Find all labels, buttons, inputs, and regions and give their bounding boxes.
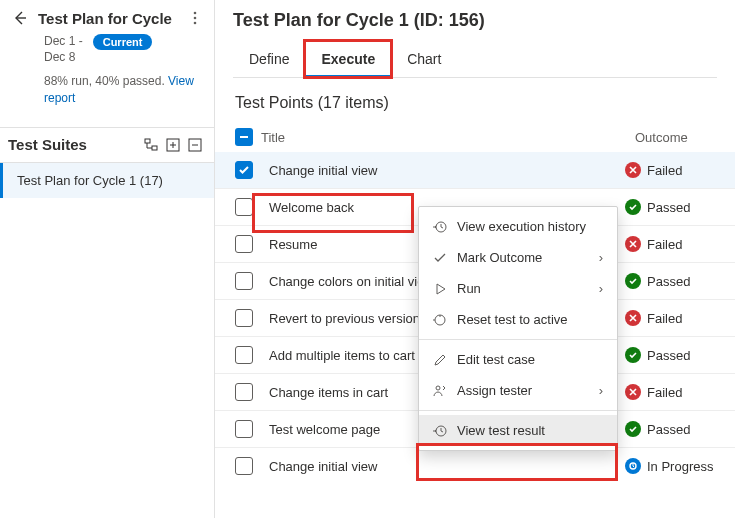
row-title: Change initial view [261,163,625,178]
date-range: Dec 1 - Dec 8 [44,34,83,65]
column-headers: Title Outcome [215,122,735,152]
suite-item[interactable]: Test Plan for Cycle 1 (17) [0,163,214,198]
left-sidebar: Test Plan for Cycle Dec 1 - Dec 8 Curren… [0,0,215,518]
row-outcome: Failed [625,384,715,400]
svg-point-10 [436,386,440,390]
chevron-right-icon: › [599,250,603,265]
grid-title: Test Points (17 items) [235,94,715,112]
row-checkbox[interactable] [235,272,253,290]
stats-text: 88% run, 40% passed. [44,74,168,88]
row-checkbox[interactable] [235,457,253,475]
row-outcome: Failed [625,236,715,252]
row-checkbox[interactable] [235,198,253,216]
chevron-right-icon: › [599,383,603,398]
pencil-icon [433,353,447,367]
play-icon [433,282,447,296]
row-outcome: Passed [625,347,715,363]
outcome-icon [625,421,641,437]
collapse-suite-icon[interactable] [184,134,206,156]
svg-rect-3 [145,139,150,143]
row-outcome: Failed [625,310,715,326]
outcome-icon [625,384,641,400]
context-menu: View execution history Mark Outcome › Ru… [418,206,618,451]
svg-point-1 [194,17,197,20]
history-icon [433,220,447,234]
outcome-icon [625,310,641,326]
table-row[interactable]: Change initial viewIn Progress [215,447,735,484]
menu-view-result[interactable]: View test result [419,415,617,446]
history-icon [433,424,447,438]
more-icon[interactable] [186,11,204,25]
row-outcome: Passed [625,421,715,437]
menu-edit[interactable]: Edit test case [419,344,617,375]
outcome-icon [625,273,641,289]
outcome-icon [625,347,641,363]
tab-chart[interactable]: Chart [391,41,457,77]
run-stats: 88% run, 40% passed. View report [10,65,204,107]
outcome-icon [625,199,641,215]
row-checkbox[interactable] [235,383,253,401]
outcome-icon [625,236,641,252]
row-checkbox[interactable] [235,420,253,438]
page-title: Test Plan for Cycle 1 (ID: 156) [233,10,717,31]
row-outcome: Passed [625,273,715,289]
reset-icon [433,313,447,327]
row-outcome: Passed [625,199,715,215]
select-all-checkbox[interactable] [235,128,253,146]
tab-bar: Define Execute Chart [233,41,717,78]
add-suite-icon[interactable] [162,134,184,156]
row-outcome: Failed [625,162,715,178]
outcome-icon [625,458,641,474]
table-row[interactable]: Change initial viewFailed [215,152,735,188]
row-checkbox[interactable] [235,161,253,179]
menu-mark-outcome[interactable]: Mark Outcome › [419,242,617,273]
tab-define[interactable]: Define [233,41,305,77]
tab-execute[interactable]: Execute [305,41,391,77]
row-checkbox[interactable] [235,346,253,364]
svg-point-0 [194,12,197,15]
test-plan-title: Test Plan for Cycle [38,10,178,27]
row-checkbox[interactable] [235,235,253,253]
row-checkbox[interactable] [235,309,253,327]
row-outcome: In Progress [625,458,715,474]
menu-run[interactable]: Run › [419,273,617,304]
suite-tree-icon[interactable] [140,134,162,156]
person-icon [433,384,447,398]
menu-reset[interactable]: Reset test to active [419,304,617,335]
current-badge: Current [93,34,153,50]
row-title: Change initial view [261,459,625,474]
col-outcome[interactable]: Outcome [635,130,715,145]
back-icon[interactable] [10,8,30,28]
outcome-icon [625,162,641,178]
test-suites-heading: Test Suites [8,136,140,153]
menu-assign[interactable]: Assign tester › [419,375,617,406]
col-title[interactable]: Title [261,130,635,145]
svg-rect-4 [152,146,157,150]
chevron-right-icon: › [599,281,603,296]
check-icon [433,251,447,265]
svg-point-2 [194,22,197,25]
menu-view-history[interactable]: View execution history [419,211,617,242]
